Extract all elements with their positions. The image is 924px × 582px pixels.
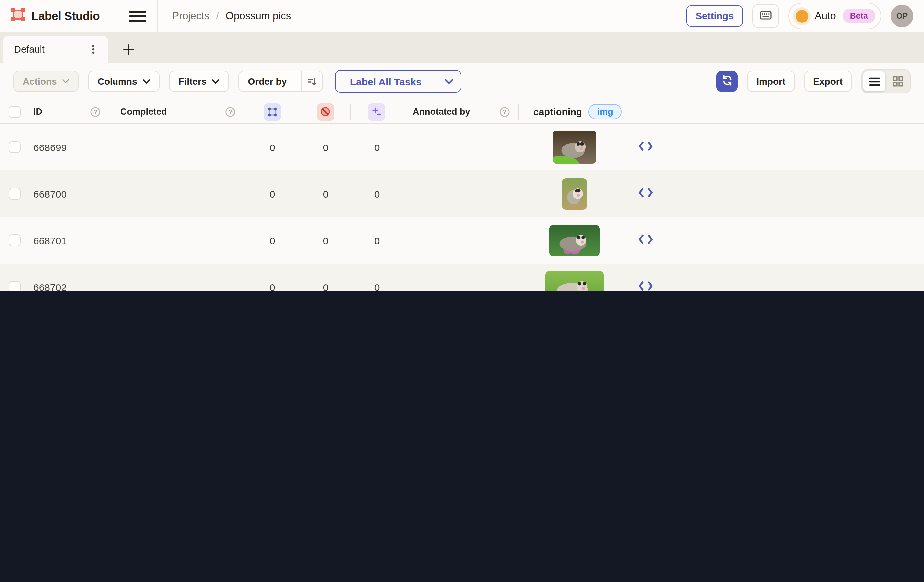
cancelled-count: 0 [300, 235, 351, 246]
header-divider [157, 0, 157, 32]
breadcrumb-projects[interactable]: Projects [172, 10, 210, 22]
id-help-icon[interactable]: ? [90, 106, 101, 117]
column-header-cancelled[interactable] [300, 104, 351, 119]
completed-help-icon[interactable]: ? [225, 106, 236, 117]
grid-icon [893, 76, 903, 86]
refresh-button[interactable] [716, 71, 738, 92]
app-logo[interactable]: Label Studio [11, 7, 99, 25]
img-type-badge: img [589, 104, 622, 119]
row-checkbox[interactable] [9, 188, 21, 200]
column-header-captioning[interactable]: captioning img [518, 104, 630, 119]
column-header-id[interactable]: ID ? [26, 104, 109, 119]
breadcrumb-separator: / [216, 10, 219, 22]
breadcrumb: Projects / Opossum pics [172, 10, 291, 22]
predictions-count: 0 [351, 235, 403, 246]
data-manager-toolbar: Actions Columns Filters Order by [0, 63, 924, 100]
app-surface: Label Studio Projects / Opossum pics Set… [0, 0, 924, 291]
refresh-icon [721, 74, 733, 88]
label-studio-app: Label Studio Projects / Opossum pics Set… [0, 0, 924, 291]
column-header-annotations[interactable] [244, 104, 300, 119]
column-header-predictions[interactable] [351, 104, 403, 119]
column-header-annotated-by[interactable]: Annotated by ? [403, 104, 518, 119]
user-avatar[interactable]: OP [891, 5, 913, 27]
table-row[interactable]: 668701 0 0 0 [0, 217, 924, 264]
table-row[interactable]: 668699 0 0 0 [0, 124, 924, 170]
grid-view-button[interactable] [887, 71, 909, 91]
show-source-code-icon[interactable] [638, 280, 654, 291]
task-id: 668702 [26, 281, 109, 291]
task-image-thumbnail[interactable] [549, 225, 600, 256]
task-id: 668699 [26, 142, 109, 153]
auto-status-dot [795, 10, 808, 22]
table-body: 668699 0 0 0 [0, 124, 924, 291]
annotations-count-icon [263, 103, 280, 120]
svg-text:?: ? [94, 108, 97, 115]
task-id: 668700 [26, 188, 109, 199]
view-mode-toggle [861, 69, 911, 93]
predictions-count: 0 [351, 142, 403, 153]
column-header-completed[interactable]: Completed ? [109, 104, 244, 119]
task-image-thumbnail[interactable] [545, 271, 604, 291]
select-all-cell [0, 104, 26, 119]
sort-order-icon[interactable] [300, 71, 322, 91]
predictions-sparkles-icon [368, 103, 385, 120]
auto-mode-toggle[interactable]: Auto Beta [788, 3, 881, 29]
tab-options-kebab-icon[interactable] [85, 41, 101, 57]
add-tab-button[interactable] [119, 36, 139, 63]
list-icon [869, 77, 880, 86]
annotations-count: 0 [244, 142, 300, 153]
row-checkbox[interactable] [9, 235, 21, 246]
task-image-thumbnail[interactable] [553, 131, 596, 164]
row-checkbox[interactable] [9, 281, 21, 291]
predictions-count: 0 [351, 281, 403, 291]
menu-hamburger-icon[interactable] [129, 9, 146, 23]
chevron-down-icon [142, 78, 150, 84]
annotations-count: 0 [244, 188, 300, 199]
tab-default[interactable]: Default [3, 36, 108, 63]
show-source-code-icon[interactable] [638, 233, 654, 247]
chevron-down-icon [62, 79, 69, 84]
task-image-thumbnail[interactable] [562, 178, 587, 210]
filters-button[interactable]: Filters [169, 71, 229, 92]
tab-default-label: Default [14, 44, 45, 55]
label-all-dropdown-chevron-icon[interactable] [436, 71, 460, 92]
breadcrumb-current-project: Opossum pics [226, 10, 291, 22]
view-tab-bar: Default [0, 32, 924, 63]
label-studio-logo-icon [11, 7, 25, 25]
header-right-cluster: Settings Auto [686, 3, 913, 29]
chevron-down-icon [212, 78, 220, 84]
table-row[interactable]: 668702 0 0 0 [0, 264, 924, 291]
keyboard-icon [759, 8, 772, 24]
app-title: Label Studio [31, 9, 99, 23]
actions-button[interactable]: Actions [13, 71, 79, 92]
columns-button[interactable]: Columns [88, 71, 160, 92]
cancelled-count: 0 [300, 142, 351, 153]
top-header: Label Studio Projects / Opossum pics Set… [0, 0, 924, 32]
settings-button[interactable]: Settings [686, 5, 743, 26]
task-id: 668701 [26, 235, 109, 246]
auto-label: Auto [815, 10, 836, 22]
order-by-button[interactable]: Order by [239, 71, 323, 92]
list-view-button[interactable] [863, 71, 885, 91]
svg-text:?: ? [503, 108, 507, 115]
select-all-checkbox[interactable] [9, 106, 21, 117]
cancelled-annotations-icon [317, 103, 334, 120]
annotations-count: 0 [244, 281, 300, 291]
annotated-by-help-icon[interactable]: ? [499, 106, 510, 117]
cancelled-count: 0 [300, 281, 351, 291]
table-row[interactable]: 668700 0 0 0 [0, 170, 924, 217]
column-header-source [630, 104, 924, 119]
label-all-tasks-button[interactable]: Label All Tasks [335, 70, 461, 93]
import-button[interactable]: Import [747, 71, 795, 92]
export-button[interactable]: Export [804, 71, 852, 92]
show-source-code-icon[interactable] [638, 140, 654, 154]
keyboard-shortcuts-button[interactable] [752, 4, 779, 28]
table-header-row: ID ? Completed ? [0, 100, 924, 124]
cancelled-count: 0 [300, 188, 351, 199]
annotations-count: 0 [244, 235, 300, 246]
predictions-count: 0 [351, 188, 403, 199]
svg-text:?: ? [229, 108, 232, 115]
row-checkbox[interactable] [9, 141, 21, 153]
beta-badge: Beta [843, 9, 875, 23]
show-source-code-icon[interactable] [638, 187, 654, 201]
